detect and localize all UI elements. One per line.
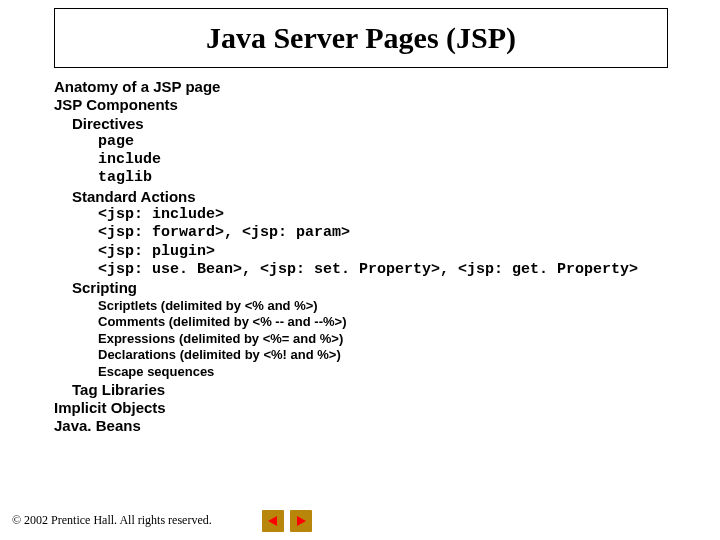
outline: Anatomy of a JSP page JSP Components Dir…: [54, 78, 684, 436]
outline-item: taglib: [98, 169, 684, 187]
svg-marker-1: [297, 516, 306, 526]
next-button[interactable]: [290, 510, 312, 532]
outline-item: Anatomy of a JSP page: [54, 78, 684, 96]
outline-item: Tag Libraries: [72, 381, 684, 399]
outline-item: include: [98, 151, 684, 169]
outline-item: <jsp: include>: [98, 206, 684, 224]
triangle-right-icon: [295, 515, 307, 527]
svg-marker-0: [268, 516, 277, 526]
outline-item: Scriptlets (delimited by <% and %>): [98, 298, 684, 315]
outline-item: <jsp: use. Bean>, <jsp: set. Property>, …: [98, 261, 684, 279]
outline-item: Directives: [72, 115, 684, 133]
prev-button[interactable]: [262, 510, 284, 532]
outline-item: Expressions (delimited by <%= and %>): [98, 331, 684, 348]
outline-item: <jsp: forward>, <jsp: param>: [98, 224, 684, 242]
title-box: Java Server Pages (JSP): [54, 8, 668, 68]
slide-title: Java Server Pages (JSP): [206, 21, 516, 55]
outline-item: page: [98, 133, 684, 151]
nav-buttons: [262, 510, 312, 532]
outline-item: Implicit Objects: [54, 399, 684, 417]
triangle-left-icon: [267, 515, 279, 527]
outline-item: Scripting: [72, 279, 684, 297]
outline-item: Standard Actions: [72, 188, 684, 206]
outline-item: Escape sequences: [98, 364, 684, 381]
outline-item: Java. Beans: [54, 417, 684, 435]
copyright-text: © 2002 Prentice Hall. All rights reserve…: [12, 513, 212, 528]
outline-item: JSP Components: [54, 96, 684, 114]
outline-item: Comments (delimited by <% -- and --%>): [98, 314, 684, 331]
outline-item: Declarations (delimited by <%! and %>): [98, 347, 684, 364]
outline-item: <jsp: plugin>: [98, 243, 684, 261]
